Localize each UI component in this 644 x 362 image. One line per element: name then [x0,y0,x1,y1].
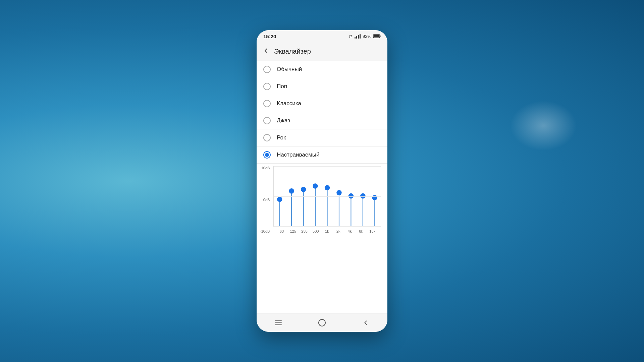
home-icon [318,319,326,326]
radio-label-custom: Настраиваемый [277,152,320,158]
back-nav-icon [362,319,369,326]
battery-icon [373,34,381,38]
eq-x-labels: 63 125 250 500 1k 2k 4k 8k 16k [273,229,381,233]
eq-x-500: 500 [310,229,321,233]
sync-icon: ⇄ [349,34,353,39]
eq-y-labels: 10dB 0dB -10dB [260,166,270,233]
radio-item-rock[interactable]: Рок [257,129,387,146]
svg-rect-2 [374,35,379,38]
page-title: Эквалайзер [274,48,311,55]
radio-item-custom[interactable]: Настраиваемый [257,146,387,164]
eq-chart: 10dB 0dB -10dB [260,166,384,233]
eq-x-4k: 4k [344,229,356,233]
nav-back-button[interactable] [356,315,376,330]
grid-line-top [274,166,381,167]
radio-circle-pop [263,83,271,90]
app-header: Эквалайзер [257,42,387,61]
radio-label-classic: Классика [277,100,301,107]
phone-frame: 15:20 ⇄ 92% [257,30,387,332]
radio-circle-custom [263,151,271,159]
radio-circle-classic [263,100,271,107]
radio-list: Обычный Поп Классика Джаз Рок [257,61,387,164]
signal-bars [355,34,361,39]
multitask-icon [275,320,282,325]
eq-y-top: 10dB [261,166,270,170]
eq-y-mid: 0dB [263,198,270,202]
back-button[interactable] [262,47,270,57]
eq-chart-container: 10dB 0dB -10dB [257,164,387,240]
svg-rect-1 [380,36,381,37]
grid-line-bot [274,226,381,227]
eq-grid-lines [274,166,381,226]
radio-label-pop: Поп [277,83,287,90]
background: 15:20 ⇄ 92% [0,0,644,362]
eq-plot-area [273,166,381,227]
eq-x-8k: 8k [355,229,367,233]
radio-item-classic[interactable]: Классика [257,95,387,112]
nav-bar [257,313,387,332]
status-bar: 15:20 ⇄ 92% [257,30,387,42]
nav-home-button[interactable] [312,315,332,330]
grid-line-mid [274,196,381,197]
eq-x-16k: 16k [367,229,378,233]
battery-status: 92% [363,34,371,39]
eq-x-63: 63 [276,229,287,233]
radio-item-jazz[interactable]: Джаз [257,112,387,129]
nav-multitask-button[interactable] [268,315,288,330]
radio-item-normal[interactable]: Обычный [257,61,387,78]
content-area: Обычный Поп Классика Джаз Рок [257,61,387,313]
radio-circle-jazz [263,117,271,124]
eq-x-1k: 1k [321,229,333,233]
radio-circle-rock [263,134,271,141]
radio-label-normal: Обычный [277,66,302,73]
radio-label-jazz: Джаз [277,117,290,124]
eq-x-2k: 2k [333,229,344,233]
radio-circle-normal [263,66,271,73]
eq-x-125: 125 [287,229,299,233]
status-right: ⇄ 92% [349,34,381,39]
eq-x-250: 250 [299,229,310,233]
eq-y-bot: -10dB [260,230,270,233]
radio-label-rock: Рок [277,134,286,141]
radio-item-pop[interactable]: Поп [257,78,387,95]
status-time: 15:20 [263,34,276,39]
